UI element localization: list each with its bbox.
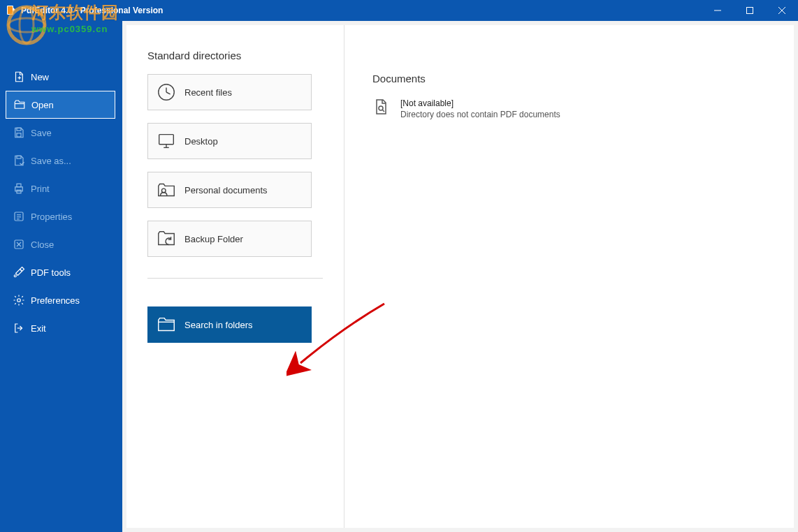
tile-label: Backup Folder xyxy=(184,234,243,244)
tile-label: Recent files xyxy=(184,87,232,98)
person-folder-icon xyxy=(148,179,184,200)
tile-desktop[interactable]: Desktop xyxy=(147,123,312,159)
sidebar-item-new[interactable]: New xyxy=(0,63,122,91)
sidebar-item-open[interactable]: Open xyxy=(6,91,115,119)
app-icon xyxy=(6,5,17,16)
tile-search-in-folders[interactable]: Search in folders xyxy=(147,306,312,343)
close-button[interactable] xyxy=(766,0,798,21)
gear-icon xyxy=(13,294,25,306)
sidebar-item-save: Save xyxy=(0,119,122,147)
sidebar-item-preferences[interactable]: Preferences xyxy=(0,286,122,314)
sidebar-item-label: Close xyxy=(31,239,54,250)
svg-line-26 xyxy=(166,92,171,94)
backup-folder-icon xyxy=(148,228,184,249)
sidebar-item-pdf-tools[interactable]: PDF tools xyxy=(0,258,122,286)
titlebar: PdfEditor 4.0 - Professional Version xyxy=(0,0,798,21)
sidebar-item-label: Open xyxy=(31,100,54,110)
sidebar-item-properties: Properties xyxy=(0,202,122,230)
tile-recent-files[interactable]: Recent files xyxy=(147,74,312,110)
folder-icon xyxy=(148,314,184,335)
svg-rect-10 xyxy=(17,156,21,158)
documents-title: Documents xyxy=(372,73,766,84)
svg-point-21 xyxy=(14,275,16,277)
save-as-icon xyxy=(13,154,25,167)
svg-rect-3 xyxy=(747,8,753,14)
svg-line-33 xyxy=(383,110,385,112)
exit-icon xyxy=(13,322,25,334)
sidebar-item-label: Save xyxy=(31,128,52,138)
tile-label: Personal documents xyxy=(184,185,268,195)
svg-point-30 xyxy=(161,189,166,193)
svg-rect-9 xyxy=(17,133,21,137)
svg-point-32 xyxy=(379,106,383,110)
section-title: Standard directories xyxy=(147,50,323,61)
sidebar-item-close: Close xyxy=(0,230,122,258)
tile-label: Search in folders xyxy=(184,320,253,330)
tools-icon xyxy=(13,266,25,279)
properties-icon xyxy=(13,210,25,223)
svg-rect-8 xyxy=(17,128,21,131)
new-icon xyxy=(13,71,25,83)
svg-rect-12 xyxy=(17,184,21,187)
sidebar: New Open Save Save as... Print Propertie… xyxy=(0,21,122,532)
tile-label: Desktop xyxy=(184,136,218,147)
documents-column: Documents [Not available] Directory does… xyxy=(344,25,794,528)
directories-column: Standard directories Recent files Deskto… xyxy=(126,25,344,528)
sidebar-item-label: Print xyxy=(31,184,50,194)
window-title: PdfEditor 4.0 - Professional Version xyxy=(21,6,702,15)
divider xyxy=(147,278,323,279)
empty-directory-message: Directory does not contain PDF documents xyxy=(400,110,560,119)
sidebar-item-label: Properties xyxy=(31,212,72,222)
save-icon xyxy=(13,126,25,139)
sidebar-item-label: New xyxy=(31,72,49,82)
sidebar-item-label: Exit xyxy=(31,323,46,334)
sidebar-item-label: Preferences xyxy=(31,295,80,306)
tile-personal-documents[interactable]: Personal documents xyxy=(147,172,312,208)
svg-point-22 xyxy=(17,299,21,302)
svg-rect-27 xyxy=(159,135,174,145)
minimize-button[interactable] xyxy=(702,0,734,21)
close-icon xyxy=(13,238,25,251)
documents-status-row: [Not available] Directory does not conta… xyxy=(372,98,766,119)
sidebar-item-exit[interactable]: Exit xyxy=(0,314,122,342)
open-folder-icon xyxy=(13,98,26,111)
tile-backup-folder[interactable]: Backup Folder xyxy=(147,221,312,257)
print-icon xyxy=(13,182,25,195)
monitor-icon xyxy=(148,131,184,152)
sidebar-item-save-as: Save as... xyxy=(0,147,122,175)
svg-rect-13 xyxy=(17,190,21,193)
svg-rect-11 xyxy=(15,187,23,191)
clock-icon xyxy=(148,82,184,103)
sidebar-item-label: Save as... xyxy=(31,156,71,166)
document-search-icon xyxy=(372,98,391,117)
svg-rect-1 xyxy=(8,6,13,14)
content-area: Standard directories Recent files Deskto… xyxy=(122,21,798,532)
sidebar-item-print: Print xyxy=(0,175,122,202)
maximize-button[interactable] xyxy=(734,0,766,21)
not-available-label: [Not available] xyxy=(400,98,560,108)
sidebar-item-label: PDF tools xyxy=(31,267,71,278)
